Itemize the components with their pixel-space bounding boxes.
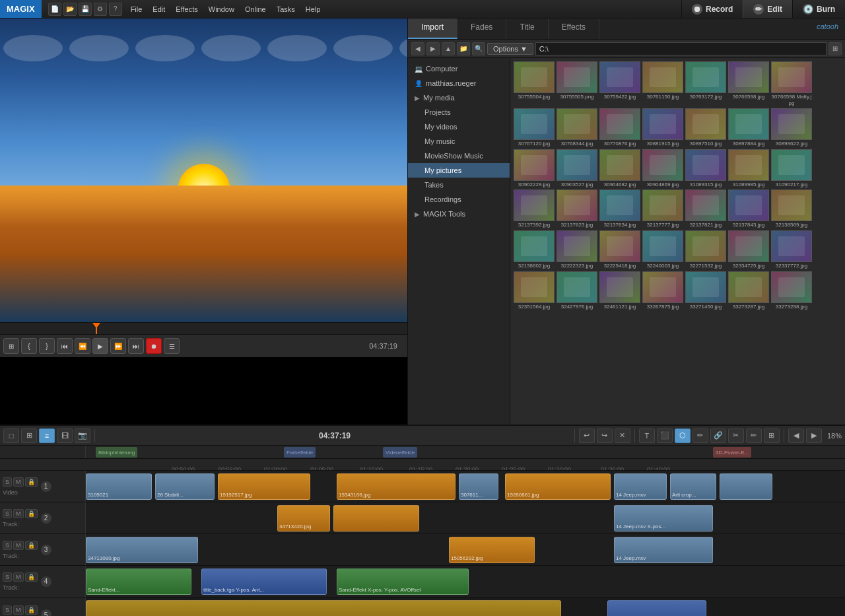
menu-tasks[interactable]: Tasks: [271, 3, 300, 16]
track-content-4[interactable]: Sand-Effekt... title_back.tga Y-pos. Ant…: [86, 566, 845, 597]
track-content-2[interactable]: 34713420.jpg 14 Jeep.mxv X-pos...: [86, 502, 845, 533]
media-item[interactable]: 32137634.jpg: [599, 189, 640, 228]
media-item[interactable]: 33267875.jpg: [642, 271, 683, 310]
media-item[interactable]: 32334725.jpg: [728, 230, 769, 269]
cut-button[interactable]: ✂: [728, 428, 744, 443]
burn-button[interactable]: 💿 Burn: [793, 0, 845, 18]
grid-overlay-button[interactable]: ⊞: [764, 428, 780, 443]
prev-frame-button[interactable]: ⏮: [57, 338, 73, 354]
tree-item-takes[interactable]: Takes: [408, 178, 510, 192]
media-item[interactable]: 31089315.jpg: [685, 149, 726, 188]
view-single-icon[interactable]: □: [3, 428, 19, 443]
media-item[interactable]: 30759422.jpg: [599, 61, 640, 106]
media-item[interactable]: 32461121.jpg: [599, 271, 640, 310]
media-item[interactable]: 32351564.jpg: [514, 271, 555, 310]
view-grid-icon[interactable]: ⊞: [21, 428, 37, 443]
forward-button[interactable]: ▶: [426, 42, 440, 55]
up-button[interactable]: ▲: [442, 42, 455, 55]
search-icon[interactable]: 🔍: [472, 42, 485, 55]
undo-button[interactable]: ↩: [579, 428, 595, 443]
draw-button[interactable]: ✏: [693, 428, 708, 443]
track-lock-btn-5[interactable]: 🔒: [25, 605, 38, 615]
clip-4a[interactable]: Sand-Effekt...: [86, 568, 191, 595]
media-item[interactable]: 32427976.jpg: [557, 271, 597, 310]
clip-1h[interactable]: Arti crop...: [670, 473, 716, 500]
tree-item-mymusic[interactable]: My music: [408, 134, 510, 149]
track-m-btn-3[interactable]: M: [13, 541, 24, 550]
view-film-icon[interactable]: 🎞: [57, 428, 73, 443]
menu-effects[interactable]: Effects: [170, 3, 203, 16]
media-item[interactable]: 33273287.jpg: [728, 271, 769, 310]
track-m-btn-1[interactable]: M: [13, 477, 24, 487]
clip-1g[interactable]: 14 Jeep.mxv: [614, 473, 667, 500]
effect-button[interactable]: ✏: [746, 428, 762, 443]
clip-1c[interactable]: 19192517.jpg: [218, 473, 310, 500]
view-list-icon[interactable]: ≡: [39, 428, 55, 443]
track-lock-btn-1[interactable]: 🔒: [25, 477, 38, 487]
track-s-btn-1[interactable]: S: [3, 477, 12, 487]
menu-online[interactable]: Online: [240, 3, 271, 16]
media-item[interactable]: 30767120.jpg: [514, 108, 555, 147]
track-content-3[interactable]: 34713080.jpg 15056292.jpg 14 Jeep.mxv: [86, 534, 845, 565]
media-item[interactable]: 32137843.jpg: [728, 189, 769, 228]
clip-1d[interactable]: 19343166.jpg: [337, 473, 456, 500]
open-button[interactable]: 📂: [63, 3, 77, 16]
tree-item-user[interactable]: 👤 matthias.rueger: [408, 76, 510, 90]
tab-import[interactable]: Import: [408, 18, 457, 39]
play-button[interactable]: ▶: [92, 338, 108, 354]
media-item[interactable]: 31089985.jpg: [728, 149, 769, 188]
media-item[interactable]: 32137777.jpg: [642, 189, 683, 228]
track-content-1[interactable]: 3109021 26 Stabili... 19192517.jpg 19343…: [86, 471, 845, 502]
track-s-btn-2[interactable]: S: [3, 509, 12, 518]
tab-title[interactable]: Title: [506, 18, 548, 39]
media-item[interactable]: 33273298.jpg: [771, 271, 812, 310]
clip-5a[interactable]: Demosong_ogg.HD...: [86, 600, 561, 616]
track-s-btn-3[interactable]: S: [3, 541, 12, 550]
media-item[interactable]: 30755504.jpg: [514, 61, 555, 106]
fast-forward-button[interactable]: ⏩: [110, 338, 126, 354]
view-toggle-icon[interactable]: ⊞: [828, 42, 842, 55]
media-item[interactable]: 32137392.jpg: [514, 189, 555, 228]
text-tool-button[interactable]: T: [639, 428, 655, 443]
clip-1f[interactable]: 19280861.jpg: [505, 473, 611, 500]
marker-button[interactable]: ⬛: [657, 428, 673, 443]
media-item[interactable]: 32138569.jpg: [771, 189, 812, 228]
save-button[interactable]: 💾: [79, 3, 92, 16]
edit-button[interactable]: ✏ Edit: [743, 0, 793, 18]
next-track-button[interactable]: ▶: [806, 428, 822, 443]
media-item[interactable]: 30761150.jpg: [642, 61, 683, 106]
folder-button[interactable]: 📁: [457, 42, 470, 55]
media-item[interactable]: 30766598.jpg: [728, 61, 769, 106]
clip-2b[interactable]: [333, 505, 419, 531]
tab-effects[interactable]: Effects: [549, 18, 599, 39]
media-item[interactable]: 30899622.jpg: [771, 108, 812, 147]
menu-edit[interactable]: Edit: [147, 3, 170, 16]
media-item[interactable]: 33271450.jpg: [685, 271, 726, 310]
media-item[interactable]: 32137821.jpg: [685, 189, 726, 228]
clip-1e[interactable]: 307611...: [459, 473, 498, 500]
menu-help[interactable]: Help: [300, 3, 326, 16]
track-m-btn-4[interactable]: M: [13, 572, 24, 582]
media-item[interactable]: 30881915.jpg: [642, 108, 683, 147]
clip-3a[interactable]: 34713080.jpg: [86, 537, 198, 563]
new-button[interactable]: 📄: [48, 3, 61, 16]
clip-1a[interactable]: 3109021: [86, 473, 152, 500]
delete-button[interactable]: ✕: [615, 428, 630, 443]
tree-item-recordings[interactable]: Recordings: [408, 192, 510, 207]
tree-item-movieshowmusic[interactable]: MovieShow Music: [408, 149, 510, 163]
record-ctrl-button[interactable]: ⏺: [146, 338, 162, 354]
tree-item-computer[interactable]: 💻 Computer: [408, 61, 510, 76]
clip-1i[interactable]: [720, 473, 772, 500]
tab-fades[interactable]: Fades: [457, 18, 506, 39]
prev-track-button[interactable]: ◀: [788, 428, 804, 443]
clip-1b[interactable]: 26 Stabili...: [155, 473, 215, 500]
help-icon[interactable]: ?: [109, 3, 122, 16]
media-item[interactable]: 30755505.png: [557, 61, 597, 106]
next-frame-button[interactable]: ⏭: [128, 338, 144, 354]
media-item[interactable]: 32271532.jpg: [685, 230, 726, 269]
media-item[interactable]: 30904682.jpg: [599, 149, 640, 188]
track-lock-btn-2[interactable]: 🔒: [25, 509, 38, 518]
record-button[interactable]: ⏺ Record: [681, 0, 743, 18]
in-mark-button[interactable]: {: [21, 338, 37, 354]
select-button[interactable]: ⬡: [675, 428, 691, 443]
